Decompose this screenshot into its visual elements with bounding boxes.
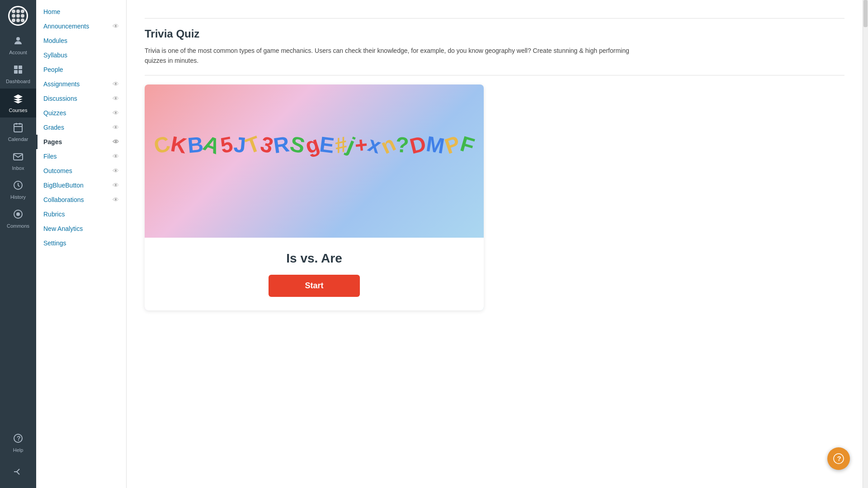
quiz-subtitle: Is vs. Are	[286, 251, 342, 266]
nav-item-account[interactable]: Account	[0, 31, 36, 60]
bottom-divider	[145, 75, 844, 75]
page-title: Trivia Quiz	[145, 28, 844, 40]
svg-rect-2	[19, 66, 22, 69]
history-icon	[13, 180, 24, 192]
course-nav-bigbluebutton[interactable]: BigBlueButton 👁	[36, 178, 126, 192]
scrollbar-thumb[interactable]	[863, 0, 868, 27]
dashboard-icon	[13, 64, 24, 77]
nav-label-account: Account	[9, 50, 27, 55]
calendar-icon	[13, 122, 24, 135]
inbox-icon	[13, 151, 24, 164]
eye-icon: 👁	[113, 153, 119, 160]
course-nav-rubrics[interactable]: Rubrics	[36, 207, 126, 221]
quiz-overlay: Is vs. Are Start	[145, 238, 484, 310]
course-nav-grades[interactable]: Grades 👁	[36, 120, 126, 135]
help-fab-icon: ?	[833, 453, 844, 464]
eye-icon: 👁	[113, 95, 119, 102]
course-nav-discussions[interactable]: Discussions 👁	[36, 91, 126, 106]
eye-icon: 👁	[113, 23, 119, 30]
svg-point-0	[16, 37, 20, 41]
eye-icon: 👁	[113, 182, 119, 189]
nav-label-inbox: Inbox	[12, 165, 24, 171]
nav-label-calendar: Calendar	[8, 136, 28, 142]
nav-item-help[interactable]: ? Help	[0, 428, 36, 457]
nav-item-inbox[interactable]: Inbox	[0, 146, 36, 175]
nav-item-commons[interactable]: Commons	[0, 204, 36, 233]
svg-rect-3	[14, 70, 18, 74]
course-nav-modules[interactable]: Modules	[36, 33, 126, 48]
eye-icon: 👁	[113, 167, 119, 174]
course-nav-home[interactable]: Home	[36, 5, 126, 19]
svg-rect-1	[14, 66, 18, 69]
course-nav-collaborations[interactable]: Collaborations 👁	[36, 192, 126, 207]
commons-icon	[13, 209, 24, 221]
svg-text:?: ?	[837, 455, 841, 462]
nav-item-courses[interactable]: Courses	[0, 89, 36, 117]
nav-label-help: Help	[13, 447, 24, 453]
collapse-icon	[13, 466, 24, 479]
help-icon: ?	[13, 433, 24, 446]
course-nav-pages[interactable]: Pages 👁	[36, 135, 126, 149]
page-description: Trivia is one of the most common types o…	[145, 46, 642, 66]
nav-item-calendar[interactable]: Calendar	[0, 117, 36, 146]
eye-icon: 👁	[113, 80, 119, 88]
course-nav-syllabus[interactable]: Syllabus	[36, 48, 126, 62]
top-divider	[145, 18, 844, 19]
nav-item-dashboard[interactable]: Dashboard	[0, 60, 36, 89]
svg-point-11	[16, 212, 20, 216]
nav-label-history: History	[10, 194, 26, 200]
scrollbar[interactable]	[863, 0, 868, 488]
course-nav-outcomes[interactable]: Outcomes 👁	[36, 164, 126, 178]
course-nav: Home Announcements 👁 Modules Syllabus Pe…	[36, 0, 127, 488]
main-content: Trivia Quiz Trivia is one of the most co…	[127, 0, 863, 488]
course-nav-new-analytics[interactable]: New Analytics	[36, 221, 126, 236]
global-nav: Account Dashboard Courses Calendar Inbox…	[0, 0, 36, 488]
course-nav-people[interactable]: People	[36, 62, 126, 77]
svg-rect-5	[14, 124, 22, 132]
person-icon	[13, 35, 24, 48]
course-nav-quizzes[interactable]: Quizzes 👁	[36, 106, 126, 120]
course-nav-announcements[interactable]: Announcements 👁	[36, 19, 126, 33]
course-nav-settings[interactable]: Settings	[36, 236, 126, 250]
svg-text:?: ?	[17, 435, 21, 442]
canvas-logo[interactable]	[7, 5, 29, 27]
courses-icon	[13, 93, 24, 106]
help-fab-button[interactable]: ?	[827, 447, 850, 470]
start-button[interactable]: Start	[269, 275, 359, 297]
eye-icon: 👁	[113, 196, 119, 203]
nav-label-dashboard: Dashboard	[6, 79, 30, 84]
course-nav-files[interactable]: Files 👁	[36, 149, 126, 164]
nav-label-commons: Commons	[7, 223, 29, 229]
nav-item-history[interactable]: History	[0, 175, 36, 204]
eye-icon: 👁	[113, 124, 119, 131]
nav-collapse-button[interactable]	[0, 462, 36, 483]
svg-rect-4	[19, 70, 22, 74]
eye-icon: 👁	[113, 138, 119, 145]
course-nav-assignments[interactable]: Assignments 👁	[36, 77, 126, 91]
eye-icon: 👁	[113, 109, 119, 117]
nav-label-courses: Courses	[9, 108, 28, 113]
quiz-card: C K B A 5 J T 3 R S g E # j + x n ? D M	[145, 84, 484, 310]
